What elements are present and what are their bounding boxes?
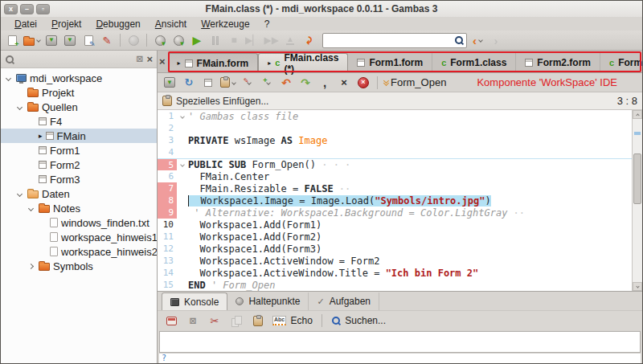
tree-row[interactable]: workspace_hinweis1.txt (1, 230, 157, 244)
line-number[interactable]: 9 (158, 207, 177, 219)
line-number[interactable]: 4 (158, 146, 177, 158)
global-search-box[interactable] (322, 33, 467, 48)
uncomment-button[interactable]: × (336, 74, 352, 91)
menu-ansicht[interactable]: Ansicht (148, 17, 194, 31)
clear-console-button[interactable]: ⊠ (185, 313, 201, 329)
tree-row[interactable]: workspace_hinweis2.txt (1, 244, 157, 259)
close-file-button[interactable]: × (355, 74, 371, 91)
window-maximize-button[interactable]: ▫ (36, 4, 50, 14)
line-number[interactable]: 3 (158, 134, 177, 146)
pause-button[interactable] (207, 32, 223, 49)
filter-input[interactable] (18, 53, 133, 66)
line-number[interactable]: 12 (158, 243, 177, 255)
line-number[interactable]: 2 (158, 122, 177, 134)
menu-datei[interactable]: Datei (7, 17, 44, 31)
echo-toggle-button[interactable]: Abc Echo (272, 313, 313, 329)
form-view-button[interactable] (200, 74, 216, 91)
tree-row[interactable]: ▸ FMain (1, 129, 157, 143)
filter-clear-icon[interactable]: ⊠ (136, 54, 143, 64)
editor-tab[interactable]: Form1.form (348, 53, 432, 72)
paste-button[interactable] (250, 313, 266, 329)
return-from-function-button[interactable]: ↷ (301, 32, 317, 49)
editor-tab[interactable]: ▸ c FMain.class (*) (258, 53, 348, 72)
step-button[interactable]: ▶▏ (244, 32, 260, 49)
code-lines[interactable]: 1 ' Gambas class file 2 3 PRIVATE wsImag… (158, 110, 632, 291)
run-button[interactable]: ▶ (189, 32, 205, 49)
menu-werkzeuge[interactable]: Werkzeuge (194, 17, 256, 31)
menu-help[interactable]: ? (257, 17, 277, 31)
line-number[interactable]: 5 (158, 159, 177, 170)
fold-arrow-icon[interactable] (180, 162, 185, 167)
tree-row[interactable]: Symbols (1, 259, 157, 273)
tree-row[interactable]: Form1 (1, 143, 157, 157)
code-line[interactable]: 13 Workspace1.ActiveWindow = Form2 (158, 255, 632, 267)
code-line[interactable]: 9 ' Alternative: Workspace1.Background =… (158, 207, 632, 219)
tree-row[interactable]: mdi_workspace (1, 71, 157, 85)
fold-arrow-icon[interactable] (180, 114, 185, 119)
nav-forward-button[interactable]: › (488, 32, 504, 49)
format-code-button[interactable]: ✎ (240, 74, 256, 91)
code-line[interactable]: 6 FMain.Center (158, 170, 632, 182)
expander-icon[interactable] (27, 263, 33, 268)
bookmark-button[interactable]: + (259, 74, 275, 91)
make-executable-button[interactable]: ▼ (170, 32, 186, 49)
tree-row[interactable]: Form2 (1, 157, 157, 172)
save-button[interactable]: ▼ (43, 32, 59, 49)
line-number[interactable]: 15 (158, 279, 177, 291)
undo-button[interactable]: ↶ (278, 74, 294, 91)
tree-row[interactable]: F4 (1, 114, 157, 129)
console-search-button[interactable]: Suchen... (330, 313, 387, 329)
copy-button[interactable] (228, 313, 244, 329)
line-number[interactable]: 10 (158, 219, 177, 231)
code-line[interactable]: 4 (158, 146, 632, 158)
open-terminal-button[interactable] (163, 313, 179, 329)
tab-close-icon[interactable]: × (158, 56, 168, 67)
global-search-input[interactable] (326, 34, 454, 47)
new-file-button[interactable]: + (4, 32, 20, 49)
tree-row[interactable]: Quellen (1, 100, 157, 114)
tree-row[interactable]: windows_finden.txt (1, 215, 157, 230)
insert-bar-label[interactable]: Spezielles Einfügen... (176, 96, 268, 107)
tab-haltepunkte[interactable]: Haltepunkte (227, 292, 309, 310)
line-number[interactable]: 1 (158, 110, 177, 122)
tree-row[interactable]: Projekt (1, 85, 157, 100)
scrollbar-thumb[interactable] (633, 153, 641, 204)
menu-debuggen[interactable]: Debuggen (88, 17, 147, 31)
rename-button[interactable]: ✎ (99, 32, 115, 49)
console-output[interactable] (159, 331, 641, 353)
expander-icon[interactable] (5, 75, 10, 80)
save-project-as-button[interactable]: ▼ (62, 32, 78, 49)
code-line[interactable]: 10 Workspace1.Add(Form1) (158, 219, 632, 231)
editor-tab[interactable]: ▸ FMain.form (168, 53, 259, 72)
code-line[interactable]: 7 FMain.Resizable = FALSE ·· (158, 182, 632, 194)
cut-button[interactable]: ✂ (207, 313, 223, 329)
line-number[interactable]: 14 (158, 267, 177, 279)
editor-save-button[interactable]: ▼ (162, 74, 178, 91)
scroll-up-icon[interactable] (633, 110, 642, 119)
editor-scrollbar[interactable] (632, 110, 642, 291)
code-line[interactable]: 14 Workspace1.ActiveWindow.Title = "Ich … (158, 267, 632, 279)
tree-row[interactable]: Daten (1, 186, 157, 201)
line-number[interactable]: 8 (158, 194, 177, 207)
code-line[interactable]: 1 ' Gambas class file (158, 110, 632, 122)
editor-tab[interactable]: c Form1.class (432, 53, 516, 72)
code-line[interactable]: 15 END ' Form_Open (158, 279, 632, 291)
expander-icon[interactable] (16, 190, 22, 196)
compile-button[interactable] (125, 32, 141, 49)
code-line[interactable]: 5 PUBLIC SUB Form_Open() · · · (158, 158, 632, 170)
tree-row[interactable]: Form3 (1, 172, 157, 186)
line-number[interactable]: 11 (158, 231, 177, 243)
code-line[interactable]: 8 Workspace1.Image = Image.Load("Symbols… (158, 194, 632, 207)
filter-close-icon[interactable]: × (146, 53, 153, 65)
nav-back-button[interactable]: ‹ (469, 32, 485, 49)
scroll-down-icon[interactable] (633, 282, 642, 291)
editor-tab[interactable]: Form2.form (516, 53, 600, 72)
console-prompt-row[interactable]: ? (159, 353, 641, 363)
open-project-button[interactable] (23, 32, 41, 49)
expander-icon[interactable] (16, 104, 22, 109)
line-number[interactable]: 13 (158, 255, 177, 267)
expander-icon[interactable] (27, 205, 33, 211)
code-line[interactable]: 12 Workspace1.Add(Form3) (158, 243, 632, 255)
editor-reload-button[interactable]: ↻ (181, 74, 197, 91)
procedure-list-button[interactable]: Form_Open (383, 74, 447, 91)
